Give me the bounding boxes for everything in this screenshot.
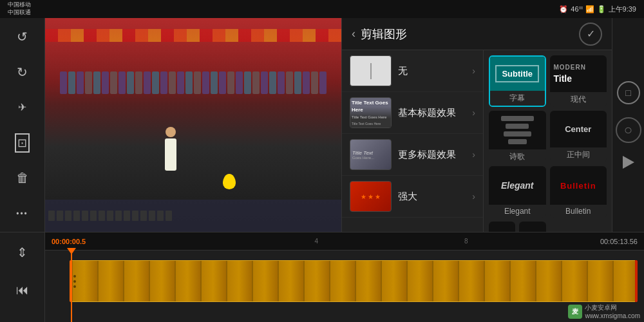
partial-row — [489, 222, 546, 232]
menu-list: 无 › Title Text Goes Here Title Text Goes… — [342, 50, 484, 232]
strong-thumb: ★ ★ ★ — [350, 181, 392, 212]
carrier-info: 中国移动 中国联通 — [8, 1, 31, 16]
timeline-ruler: 00:00:00.5 4 8 00:05:13.56 — [45, 232, 644, 251]
bulletin-thumb: Bulletin — [550, 166, 607, 205]
strong-label: 强大 — [398, 191, 466, 203]
basic-label: 基本标题效果 — [398, 107, 466, 119]
grid-item-bulletin[interactable]: Bulletin Bulletin — [550, 166, 607, 218]
clock-icon: ⏰ — [559, 5, 568, 14]
elegant-label: Elegant — [489, 205, 546, 218]
partial-item-2[interactable] — [519, 222, 545, 232]
orchestra-row — [45, 200, 341, 232]
center-thumb: Center — [550, 111, 607, 147]
playhead-handle — [67, 248, 76, 254]
panel-title: 剪辑图形 — [361, 26, 407, 42]
track-end-marker — [635, 260, 638, 302]
video-track[interactable] — [71, 260, 638, 302]
watermark-text: 小麦安卓网www.xmsigma.com — [585, 303, 640, 319]
more-icon: ••• — [16, 209, 28, 218]
center-label: 正中间 — [550, 147, 607, 162]
menu-item-none[interactable]: 无 › — [342, 50, 483, 92]
back-button[interactable]: ‹ — [352, 27, 355, 41]
bottom-left-toolbar: ⇕ ⏮ — [0, 232, 45, 322]
balloon — [223, 174, 236, 189]
elegant-thumb: Elegant — [489, 166, 546, 205]
bottom-section: ⇕ ⏮ 00:00:00.5 4 8 00:05:13.56 — [0, 232, 644, 322]
circle-icon: ○ — [624, 122, 632, 138]
video-preview — [45, 18, 341, 232]
rewind-button[interactable]: ⏮ — [9, 276, 36, 303]
ruler-mark-8: 8 — [464, 238, 468, 245]
none-label: 无 — [398, 65, 466, 77]
center-text-label: Center — [565, 124, 591, 134]
delete-button[interactable]: 🗑 — [9, 166, 36, 190]
nav-circle-middle[interactable]: ○ — [616, 117, 641, 143]
align-icon: ⇕ — [17, 245, 28, 260]
grid-item-center[interactable]: Center 正中间 — [550, 111, 607, 162]
nav-circle-top[interactable]: □ — [617, 81, 640, 104]
watermark: 麦 小麦安卓网www.xmsigma.com — [568, 303, 640, 319]
modern-thumb: Modern Title — [550, 55, 607, 92]
right-panel: ‹ 剪辑图形 ✓ 无 › — [341, 18, 612, 232]
watermark-icon: 麦 — [568, 305, 582, 319]
undo-button[interactable]: ↺ — [9, 24, 36, 48]
timeline-area: 00:00:00.5 4 8 00:05:13.56 — [45, 232, 644, 322]
playhead[interactable] — [71, 251, 72, 322]
elegant-text-label: Elegant — [501, 180, 534, 191]
main-container: ↺ ↻ ✈ ⊡ 🗑 ••• — [0, 18, 644, 322]
crop-button[interactable]: ⊡ — [9, 131, 36, 155]
menu-item-basic[interactable]: Title Text Goes Here Title Text Goes Her… — [342, 92, 483, 134]
timeline-end-time: 00:05:13.56 — [600, 238, 638, 245]
top-section: ↺ ↻ ✈ ⊡ 🗑 ••• — [0, 18, 644, 232]
rewind-icon: ⏮ — [16, 283, 29, 298]
none-arrow: › — [472, 66, 475, 76]
subtitle-thumb: Subtitle — [490, 57, 545, 91]
panel-header: ‹ 剪辑图形 ✓ — [342, 18, 612, 50]
timeline-start-time: 00:00:00.5 — [52, 238, 86, 245]
plane-icon: ✈ — [18, 101, 26, 113]
partial-item-1[interactable] — [489, 222, 515, 232]
timeline-tracks — [45, 251, 644, 322]
more-label: 更多标题效果 — [398, 149, 466, 161]
square-icon: □ — [625, 88, 630, 98]
subtitle-label: 字幕 — [490, 91, 545, 106]
confirm-button[interactable]: ✓ — [579, 23, 602, 46]
status-right: ⏰ 46ᴵᴵᴵ 📶 🔋 上午9:39 — [559, 5, 636, 14]
grid-item-modern[interactable]: Modern Title 现代 — [550, 55, 607, 107]
bulletin-text-label: Bulletin — [560, 181, 596, 191]
time-display: 上午9:39 — [609, 5, 636, 14]
grid-item-poetry[interactable]: 诗歌 — [489, 111, 546, 162]
grid-item-elegant[interactable]: Elegant Elegant — [489, 166, 546, 218]
more-arrow: › — [472, 149, 475, 160]
checkmark-icon: ✓ — [587, 28, 595, 40]
wifi-icon: 📶 — [585, 5, 594, 14]
menu-item-more[interactable]: Title Text Goes Here... 更多标题效果 › — [342, 134, 483, 176]
subtitle-text-label: Subtitle — [495, 65, 539, 82]
battery-icon: 🔋 — [597, 5, 606, 14]
left-toolbar: ↺ ↻ ✈ ⊡ 🗑 ••• — [0, 18, 45, 232]
poetry-thumb — [489, 111, 546, 149]
panel-content: 无 › Title Text Goes Here Title Text Goes… — [342, 50, 612, 232]
grid-item-subtitle[interactable]: Subtitle 字幕 — [489, 55, 546, 107]
align-button[interactable]: ⇕ — [9, 239, 36, 266]
redo-icon: ↻ — [17, 64, 28, 80]
none-thumb — [350, 55, 392, 86]
menu-item-strong[interactable]: ★ ★ ★ 强大 › — [342, 176, 483, 218]
undo-icon: ↺ — [17, 29, 28, 44]
bulletin-label: Bulletin — [550, 205, 607, 218]
status-bar: 中国移动 中国联通 ⏰ 46ᴵᴵᴵ 📶 🔋 上午9:39 — [0, 0, 644, 18]
panel-header-left: ‹ 剪辑图形 — [352, 26, 407, 42]
performer-figure — [158, 127, 184, 178]
more-button[interactable]: ••• — [9, 202, 36, 225]
signal-indicator: 46ᴵᴵᴵ — [571, 5, 582, 14]
right-nav: □ ○ — [612, 18, 644, 232]
trash-icon: 🗑 — [16, 171, 29, 185]
ruler-mark-4: 4 — [315, 238, 319, 245]
redo-button[interactable]: ↻ — [9, 60, 36, 84]
basic-arrow: › — [472, 108, 475, 118]
transform-button[interactable]: ✈ — [9, 95, 36, 119]
basic-thumb: Title Text Goes Here Title Text Goes Her… — [350, 97, 392, 128]
grid-area: Subtitle 字幕 Modern Title 现代 — [484, 50, 612, 232]
modern-label: 现代 — [550, 92, 607, 107]
play-nav-triangle[interactable] — [623, 156, 634, 169]
